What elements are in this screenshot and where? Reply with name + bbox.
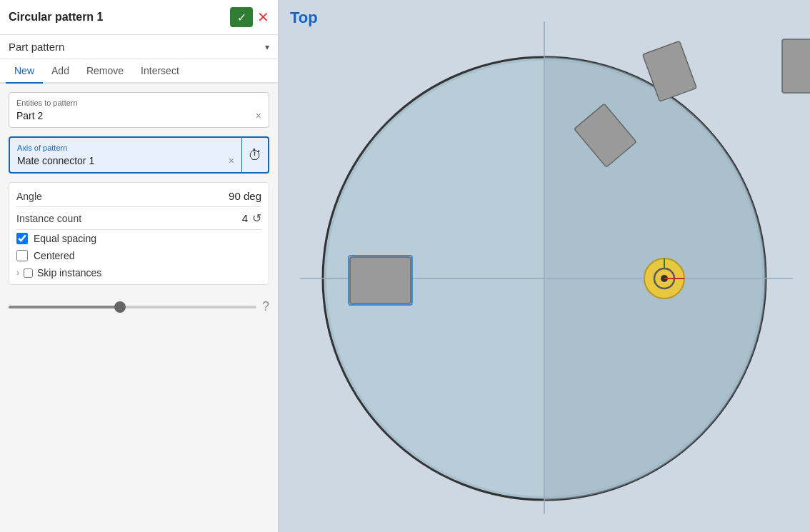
centered-label: Centered xyxy=(34,250,75,261)
axis-clear-icon[interactable]: × xyxy=(229,155,234,166)
slider-track[interactable] xyxy=(9,306,256,308)
axis-field: Axis of pattern Mate connector 1 × xyxy=(9,136,241,174)
angle-value-row: 90 deg xyxy=(229,190,261,202)
axis-clock-button[interactable]: ⏱ xyxy=(241,136,269,174)
axis-value: Mate connector 1 xyxy=(17,155,94,166)
equal-spacing-label: Equal spacing xyxy=(34,233,96,244)
panel-title: Circular pattern 1 xyxy=(9,11,103,24)
skip-instances-checkbox[interactable] xyxy=(24,268,33,278)
instance-refresh-button[interactable]: ↺ xyxy=(252,211,261,225)
panel-header: Circular pattern 1 ✓ ✕ xyxy=(0,0,278,35)
tab-remove[interactable]: Remove xyxy=(78,59,132,84)
header-buttons: ✓ ✕ xyxy=(230,7,269,27)
axis-label: Axis of pattern xyxy=(17,144,234,152)
equal-spacing-checkbox[interactable] xyxy=(16,233,28,244)
tab-new[interactable]: New xyxy=(6,59,43,84)
skip-instances-label: Skip instances xyxy=(37,267,101,278)
equal-spacing-row: Equal spacing xyxy=(16,230,261,247)
tab-intersect[interactable]: Intersect xyxy=(132,59,188,84)
entities-clear-icon[interactable]: × xyxy=(256,110,261,121)
centered-checkbox[interactable] xyxy=(16,250,28,261)
check-icon: ✓ xyxy=(237,11,246,24)
confirm-button[interactable]: ✓ xyxy=(230,7,253,27)
slider-row: ? xyxy=(9,293,269,320)
right-panel: Top xyxy=(279,0,810,532)
pattern-type-label: Part pattern xyxy=(9,41,64,53)
help-button[interactable]: ? xyxy=(262,299,269,314)
dropdown-arrow-icon: ▾ xyxy=(265,42,269,52)
angle-row: Angle 90 deg xyxy=(16,186,261,207)
axis-value-row: Mate connector 1 × xyxy=(17,155,234,166)
centered-row: Centered xyxy=(16,247,261,264)
panel-body: Entities to pattern Part 2 × Axis of pat… xyxy=(0,84,278,532)
clock-icon: ⏱ xyxy=(248,147,262,164)
close-icon: ✕ xyxy=(257,9,269,26)
instance-value-row: 4 ↺ xyxy=(242,211,261,225)
entities-label: Entities to pattern xyxy=(16,99,261,107)
viewport-label: Top xyxy=(290,9,318,27)
skip-instances-row: › Skip instances xyxy=(16,264,261,281)
left-panel: Circular pattern 1 ✓ ✕ Part pattern ▾ Ne… xyxy=(0,0,279,532)
svg-rect-10 xyxy=(782,39,810,93)
entities-value: Part 2 xyxy=(16,110,43,121)
entities-value-row: Part 2 × xyxy=(16,110,261,121)
instance-value: 4 xyxy=(242,212,248,224)
entities-field-group: Entities to pattern Part 2 × xyxy=(9,92,269,128)
svg-rect-13 xyxy=(350,257,411,303)
angle-label: Angle xyxy=(16,191,42,202)
pattern-type-row[interactable]: Part pattern ▾ xyxy=(0,35,278,59)
cad-viewport-svg xyxy=(279,0,810,532)
instance-count-row: Instance count 4 ↺ xyxy=(16,207,261,230)
angle-value: 90 deg xyxy=(229,190,261,202)
tab-add[interactable]: Add xyxy=(43,59,78,84)
params-section: Angle 90 deg Instance count 4 ↺ Equal sp… xyxy=(9,182,269,285)
cancel-button[interactable]: ✕ xyxy=(257,7,269,27)
slider-fill xyxy=(9,306,120,308)
slider-thumb[interactable] xyxy=(114,301,126,313)
tabs-row: New Add Remove Intersect xyxy=(0,59,278,84)
chevron-icon[interactable]: › xyxy=(16,268,19,278)
axis-field-group: Axis of pattern Mate connector 1 × ⏱ xyxy=(9,136,269,174)
instance-label: Instance count xyxy=(16,213,81,224)
